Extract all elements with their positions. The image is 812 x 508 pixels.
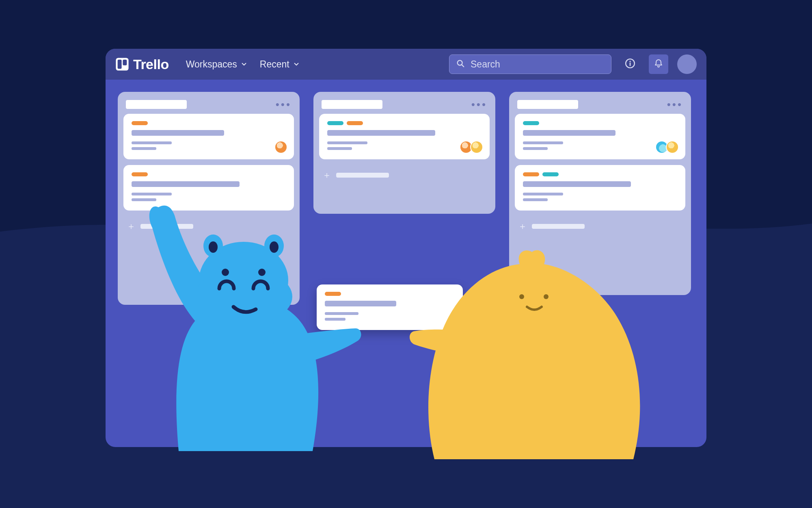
svg-point-11 xyxy=(209,241,218,253)
list-header: ••• xyxy=(123,98,294,114)
add-card-placeholder xyxy=(336,173,389,178)
list-title[interactable] xyxy=(126,100,187,109)
plus-icon: ＋ xyxy=(518,220,527,232)
nav: Workspaces Recent xyxy=(186,59,300,70)
list-title[interactable] xyxy=(322,100,382,109)
list-menu-button[interactable]: ••• xyxy=(276,103,292,106)
topbar: Trello Workspaces Recent Search xyxy=(106,49,706,80)
card[interactable] xyxy=(123,114,294,159)
card-title xyxy=(523,181,631,187)
card-labels xyxy=(523,172,677,176)
chevron-down-icon xyxy=(240,61,248,68)
card-members xyxy=(274,141,287,154)
card-description xyxy=(523,141,677,150)
svg-point-15 xyxy=(258,269,266,276)
plus-icon: ＋ xyxy=(322,169,331,181)
card-description xyxy=(327,141,482,150)
trello-logo-icon xyxy=(115,57,129,71)
chevron-down-icon xyxy=(293,61,300,68)
card[interactable] xyxy=(319,114,490,159)
label-orange xyxy=(347,121,363,125)
svg-rect-1 xyxy=(118,60,122,69)
card-labels xyxy=(523,121,677,125)
svg-rect-7 xyxy=(630,63,631,66)
member-avatar[interactable] xyxy=(470,141,483,154)
nav-workspaces[interactable]: Workspaces xyxy=(186,59,248,70)
svg-point-17 xyxy=(544,294,549,299)
label-teal xyxy=(327,121,343,125)
label-teal xyxy=(542,172,559,176)
label-orange xyxy=(132,172,148,176)
notifications-button[interactable] xyxy=(649,54,668,74)
card-description xyxy=(132,141,286,150)
svg-point-13 xyxy=(195,268,292,325)
bell-icon xyxy=(654,59,663,70)
svg-rect-2 xyxy=(123,60,127,65)
character-blob xyxy=(406,248,658,459)
card[interactable] xyxy=(515,165,685,211)
card-description xyxy=(523,193,677,201)
info-button[interactable] xyxy=(620,54,640,74)
search-icon xyxy=(456,59,465,69)
card-labels xyxy=(327,121,482,125)
svg-line-4 xyxy=(462,65,464,67)
brand-name: Trello xyxy=(133,56,169,72)
list-header: ••• xyxy=(319,98,490,114)
character-hippo xyxy=(134,191,361,451)
search-placeholder: Search xyxy=(471,59,500,70)
card-title xyxy=(523,130,615,136)
label-orange xyxy=(523,172,539,176)
card-title xyxy=(132,181,240,187)
member-avatar[interactable] xyxy=(666,141,679,154)
nav-recent[interactable]: Recent xyxy=(260,59,300,70)
brand[interactable]: Trello xyxy=(115,56,169,72)
user-avatar[interactable] xyxy=(677,54,697,74)
card[interactable] xyxy=(515,114,685,159)
card-labels xyxy=(132,172,286,176)
svg-point-16 xyxy=(519,294,524,299)
card-labels xyxy=(132,121,286,125)
nav-recent-label: Recent xyxy=(260,59,289,70)
list-header: ••• xyxy=(515,98,685,114)
nav-workspaces-label: Workspaces xyxy=(186,59,237,70)
list-menu-button[interactable]: ••• xyxy=(471,103,487,106)
svg-point-14 xyxy=(222,269,229,276)
add-card-button[interactable]: ＋ xyxy=(319,165,490,183)
add-card-button[interactable]: ＋ xyxy=(515,216,685,234)
svg-point-12 xyxy=(270,241,279,253)
card-title xyxy=(327,130,435,136)
card-members xyxy=(460,141,483,154)
list-title[interactable] xyxy=(517,100,578,109)
member-avatar[interactable] xyxy=(274,141,287,154)
search-input[interactable]: Search xyxy=(449,54,611,74)
list-menu-button[interactable]: ••• xyxy=(667,103,683,106)
label-orange xyxy=(132,121,148,125)
svg-point-6 xyxy=(629,61,631,62)
add-card-placeholder xyxy=(532,224,585,229)
svg-point-3 xyxy=(458,61,462,65)
card-title xyxy=(132,130,224,136)
label-teal xyxy=(523,121,539,125)
card-members xyxy=(655,141,679,154)
info-icon xyxy=(625,58,635,70)
